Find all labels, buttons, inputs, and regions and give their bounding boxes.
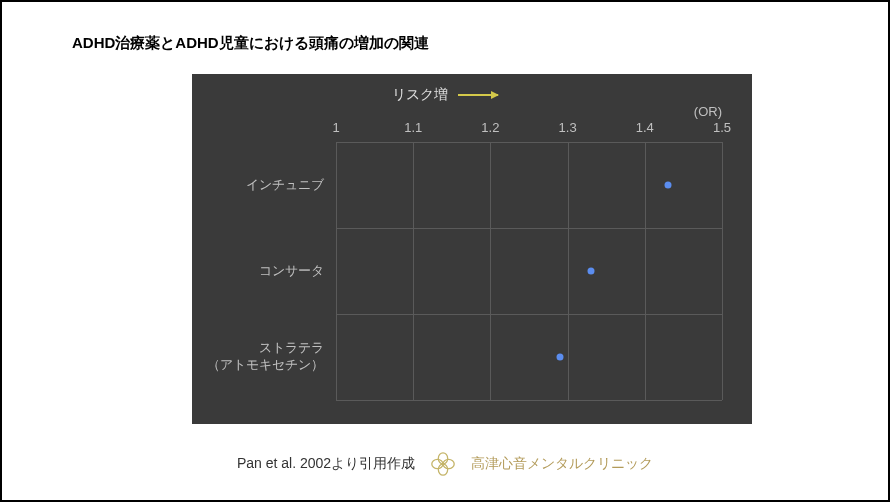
grid-v: 1.1 [413, 142, 414, 400]
data-point-intuniv [664, 181, 671, 188]
risk-text: リスク増 [392, 86, 448, 104]
page-title: ADHD治療薬とADHD児童における頭痛の増加の関連 [72, 34, 429, 53]
grid-h [336, 314, 722, 315]
plot-area: 1 1.1 1.2 1.3 1.4 1.5 インチュニブ コンサータ ストラテラ… [336, 142, 722, 400]
grid-h [336, 142, 722, 143]
x-tick: 1.1 [404, 120, 422, 135]
x-tick: 1.4 [636, 120, 654, 135]
or-axis-label: (OR) [694, 104, 722, 119]
y-label-concerta: コンサータ [259, 263, 324, 280]
y-label-strattera: ストラテラ （アトモキセチン） [207, 340, 324, 374]
grid-v: 1.5 [722, 142, 723, 400]
risk-direction-label: リスク増 [392, 86, 498, 104]
chart-panel: リスク増 (OR) 1 1.1 1.2 1.3 1.4 1.5 インチュニブ コ… [192, 74, 752, 424]
grid-v: 1.2 [490, 142, 491, 400]
grid-v: 1.3 [568, 142, 569, 400]
data-point-strattera [556, 353, 563, 360]
grid-v: 1 [336, 142, 337, 400]
arrow-right-icon [458, 94, 498, 96]
x-tick: 1.2 [481, 120, 499, 135]
citation-text: Pan et al. 2002より引用作成 [237, 455, 415, 473]
clinic-logo-icon [429, 450, 457, 478]
footer: Pan et al. 2002より引用作成 高津心音メンタルクリニック [2, 450, 888, 478]
y-label-intuniv: インチュニブ [246, 177, 324, 194]
x-tick: 1 [332, 120, 339, 135]
data-point-concerta [587, 268, 594, 275]
x-tick: 1.5 [713, 120, 731, 135]
grid-h [336, 400, 722, 401]
x-tick: 1.3 [559, 120, 577, 135]
grid-h [336, 228, 722, 229]
grid-v: 1.4 [645, 142, 646, 400]
clinic-name: 高津心音メンタルクリニック [471, 455, 653, 473]
